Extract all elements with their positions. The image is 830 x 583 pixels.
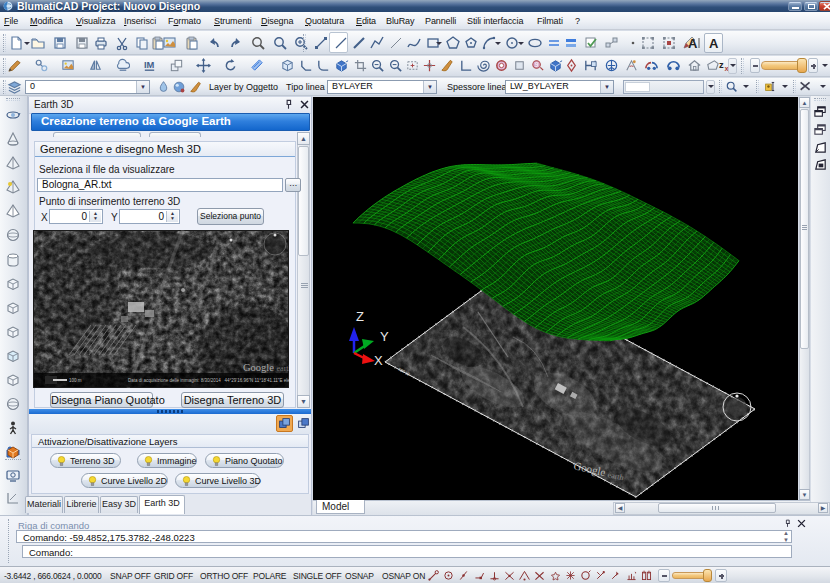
svg-text:Y: Y xyxy=(380,329,389,344)
svg-text:100 m: 100 m xyxy=(69,378,82,383)
svg-text:A: A xyxy=(709,36,719,51)
svg-text:A: A xyxy=(688,36,698,51)
svg-text:X: X xyxy=(374,353,383,368)
svg-text:Z: Z xyxy=(356,309,364,324)
svg-text:Google earth: Google earth xyxy=(243,362,289,373)
svg-text:Data di acquisizione delle imm: Data di acquisizione delle immagini: 8/3… xyxy=(128,378,289,383)
svg-text:IM: IM xyxy=(144,60,155,70)
svg-text:z: z xyxy=(719,60,724,70)
svg-text:9: 9 xyxy=(535,61,539,68)
